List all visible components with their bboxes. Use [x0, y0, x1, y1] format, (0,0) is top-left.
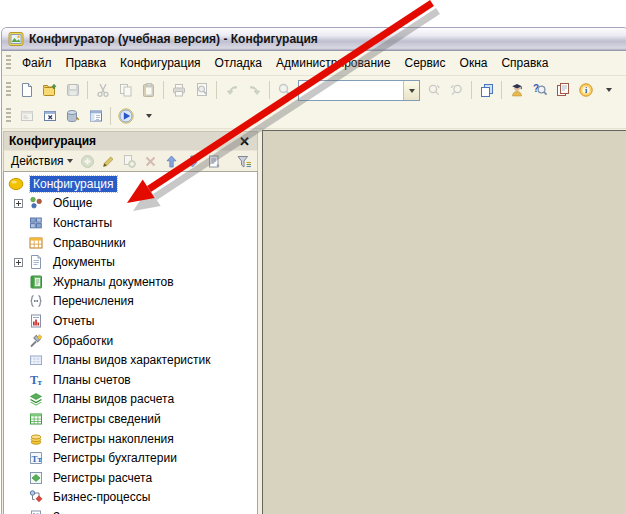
toolbar-grip[interactable] [6, 108, 11, 124]
metadata-tree: Конфигурация [3, 171, 258, 514]
menu-help[interactable]: Справка [494, 52, 555, 74]
start-debugging-button[interactable] [114, 105, 137, 127]
delete-button[interactable] [141, 152, 161, 170]
graduate-icon [509, 82, 525, 98]
database-configuration-button[interactable] [61, 105, 84, 127]
menu-windows[interactable]: Окна [453, 52, 495, 74]
filter-button[interactable] [234, 152, 254, 170]
plus-box-icon [14, 258, 23, 267]
menu-edit[interactable]: Правка [59, 52, 114, 74]
menu-file[interactable]: Файл [15, 52, 59, 74]
panel-close-button[interactable]: ✕ [237, 135, 252, 148]
methodical-info-button[interactable] [505, 79, 528, 101]
tree-item-data-processors[interactable]: Обработки [4, 331, 257, 351]
menu-service[interactable]: Сервис [397, 52, 452, 74]
find-next-icon [426, 82, 442, 98]
expand-toggle[interactable] [8, 199, 28, 208]
tree-item-label: Конфигурация [30, 176, 117, 192]
back-button[interactable] [220, 79, 243, 101]
add-button[interactable] [78, 152, 98, 170]
actions-toolbar: Действия [3, 150, 258, 171]
forward-button[interactable] [243, 79, 266, 101]
menu-administration[interactable]: Администрирование [269, 52, 397, 74]
find-button[interactable] [273, 79, 296, 101]
search-input[interactable] [299, 81, 403, 100]
find-next-button[interactable] [422, 79, 445, 101]
chevron-down-icon [67, 159, 73, 166]
edit-button[interactable] [99, 152, 119, 170]
information-registers-icon [28, 411, 44, 427]
tree-item-label: Обработки [50, 333, 116, 349]
toolbar-grip[interactable] [6, 82, 11, 98]
configuration-panel-button[interactable] [84, 105, 107, 127]
tree-item-label: Справочники [50, 235, 129, 251]
catalogs-icon [28, 235, 44, 251]
tree-item-label: Задачи [50, 509, 96, 514]
toolbar-separator [163, 81, 164, 99]
tree-item-constants[interactable]: Константы [4, 213, 257, 233]
tree-item-accounting-registers[interactable]: Тт Регистры бухгалтерии [4, 448, 257, 468]
print-preview-button[interactable] [190, 79, 213, 101]
tree-item-chart-of-calculation-types[interactable]: Планы видов расчета [4, 390, 257, 410]
tree-item-enumerations[interactable]: Перечисления [4, 292, 257, 312]
open-configuration-button[interactable] [15, 105, 38, 127]
windows-list-button[interactable] [475, 79, 498, 101]
tree-item-documents[interactable]: Документы [4, 252, 257, 272]
new-document-button[interactable] [15, 79, 38, 101]
toolbar-options-button[interactable] [597, 79, 620, 101]
menu-debug[interactable]: Отладка [208, 52, 269, 74]
debug-options-button[interactable] [137, 105, 160, 127]
copy-button[interactable] [114, 79, 137, 101]
tree-item-business-processes[interactable]: Бизнес-процессы [4, 488, 257, 508]
tree-item-information-registers[interactable]: Регистры сведений [4, 409, 257, 429]
open-button[interactable] [38, 79, 61, 101]
print-preview-icon [194, 82, 210, 98]
tree-item-tasks[interactable]: Задачи [4, 507, 257, 514]
tree-item-label: Общие [50, 195, 95, 211]
tree-item-label: Отчеты [50, 313, 97, 329]
window-title: Конфигуратор (учебная версия) - Конфигур… [29, 32, 318, 46]
tree-item-document-journals[interactable]: Журналы документов [4, 272, 257, 292]
cut-button[interactable] [91, 79, 114, 101]
syntax-helper-button[interactable] [551, 79, 574, 101]
menu-configuration[interactable]: Конфигурация [113, 52, 208, 74]
search-dropdown-button[interactable] [403, 81, 419, 100]
print-button[interactable] [167, 79, 190, 101]
accounting-registers-icon: Тт [28, 450, 44, 466]
move-down-button[interactable] [183, 152, 203, 170]
about-button[interactable]: i [574, 79, 597, 101]
tree-item-reports[interactable]: Отчеты [4, 311, 257, 331]
delete-icon [143, 154, 158, 169]
tree-item-chart-of-accounts[interactable]: Т т Планы счетов [4, 370, 257, 390]
chevron-down-icon [146, 114, 152, 121]
mdi-workspace [262, 130, 626, 514]
titlebar[interactable]: Конфигуратор (учебная версия) - Конфигур… [2, 28, 626, 51]
accumulation-registers-icon [28, 431, 44, 447]
panel-header: Конфигурация ✕ [3, 131, 258, 150]
close-configuration-button[interactable] [38, 105, 61, 127]
clone-button[interactable] [120, 152, 140, 170]
tree-item-accumulation-registers[interactable]: Регистры накопления [4, 429, 257, 449]
plus-box-icon [14, 199, 23, 208]
tree-item-label: Планы видов характеристик [50, 352, 213, 368]
toolbar-configuration [2, 104, 626, 129]
tree-item-configuration[interactable]: Конфигурация [4, 174, 257, 194]
common-objects-icon [28, 195, 44, 211]
configuration-window-icon [19, 108, 35, 124]
enumerations-icon [28, 293, 44, 309]
expand-toggle[interactable] [8, 258, 28, 267]
filter-funnel-icon [236, 154, 252, 169]
svg-text:т: т [38, 377, 43, 387]
tree-item-catalogs[interactable]: Справочники [4, 233, 257, 253]
paste-button[interactable] [137, 79, 160, 101]
find-previous-button[interactable] [445, 79, 468, 101]
properties-button[interactable] [204, 152, 224, 170]
tree-item-calculation-registers[interactable]: Регистры расчета [4, 468, 257, 488]
move-up-button[interactable] [162, 152, 182, 170]
save-button[interactable] [61, 79, 84, 101]
toolbar-grip[interactable] [6, 55, 11, 71]
tree-item-common[interactable]: Общие [4, 194, 257, 214]
actions-menu-button[interactable]: Действия [7, 152, 77, 170]
help-search-button[interactable]: ? [528, 79, 551, 101]
tree-item-chart-of-characteristic-types[interactable]: Планы видов характеристик [4, 350, 257, 370]
